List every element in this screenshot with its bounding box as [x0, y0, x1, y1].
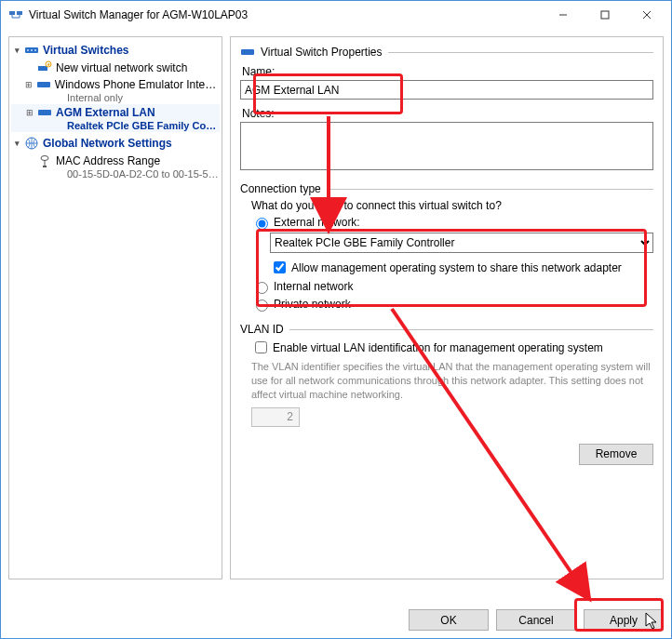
new-switch-icon: ★ — [37, 60, 52, 75]
adapter-select[interactable]: Realtek PCIe GBE Family Controller — [270, 233, 653, 253]
radio-internal-row[interactable]: Internal network — [251, 279, 653, 294]
tree-item-new-switch[interactable]: ★ New virtual network switch — [11, 60, 220, 76]
maximize-button[interactable] — [584, 1, 625, 29]
ok-button[interactable]: OK — [409, 609, 489, 631]
tree-item-sublabel: Realtek PCIe GBE Family Cont… — [24, 120, 220, 131]
group-title: Virtual Switch Properties — [261, 46, 383, 59]
radio-private[interactable] — [256, 300, 268, 312]
name-label: Name: — [242, 65, 653, 78]
chevron-down-icon[interactable]: ▾ — [11, 138, 22, 149]
svg-rect-1 — [17, 11, 22, 15]
svg-point-16 — [41, 156, 48, 161]
switch-icon — [24, 43, 39, 58]
svg-rect-14 — [38, 110, 51, 115]
cancel-button[interactable]: Cancel — [496, 609, 576, 631]
tree-item-label: New virtual network switch — [56, 61, 187, 74]
name-input[interactable] — [240, 80, 653, 100]
svg-point-8 — [31, 49, 33, 51]
window-title: Virtual Switch Manager for AGM-W10LAP03 — [29, 8, 542, 21]
globe-icon — [24, 136, 39, 151]
connection-type-title: Connection type — [240, 182, 321, 195]
svg-rect-13 — [37, 82, 50, 87]
tree-item-agm[interactable]: ⊞ AGM External LAN Realtek PCIe GBE Fami… — [11, 104, 220, 132]
tree-item-wpe[interactable]: ⊞ Windows Phone Emulator Internal … Inte… — [11, 76, 220, 104]
share-checkbox[interactable] — [274, 261, 286, 273]
radio-private-label: Private network — [274, 298, 351, 311]
switch-icon — [36, 77, 51, 92]
switch-icon — [240, 45, 255, 60]
tree-pane: ▾ Virtual Switches ★ New virtual network… — [8, 36, 222, 579]
svg-rect-18 — [43, 166, 47, 167]
tree-item-label: Windows Phone Emulator Internal … — [55, 78, 220, 91]
tree-section-virtual-switches[interactable]: ▾ Virtual Switches — [11, 41, 220, 60]
tree-item-label: AGM External LAN — [56, 106, 155, 119]
expander-plus-icon[interactable]: ⊞ — [24, 79, 34, 90]
radio-external-label: External network: — [274, 216, 360, 229]
app-icon — [8, 7, 23, 22]
tree-section-global[interactable]: ▾ Global Network Settings — [11, 134, 220, 153]
svg-point-9 — [34, 49, 36, 51]
tree-section-label: Global Network Settings — [43, 137, 172, 150]
notes-textarea[interactable] — [240, 122, 653, 170]
notes-label: Notes: — [242, 107, 653, 120]
chevron-down-icon[interactable]: ▾ — [11, 45, 22, 56]
radio-external[interactable] — [256, 218, 268, 230]
radio-internal[interactable] — [256, 282, 268, 294]
titlebar: Virtual Switch Manager for AGM-W10LAP03 — [1, 1, 671, 29]
radio-external-row[interactable]: External network: — [251, 215, 653, 230]
vlan-id-input — [251, 407, 300, 427]
switch-icon — [37, 105, 52, 120]
properties-pane: Virtual Switch Properties Name: Notes: C… — [230, 36, 664, 579]
tree-item-mac[interactable]: MAC Address Range 00-15-5D-0A-D2-C0 to 0… — [11, 153, 220, 180]
close-button[interactable] — [625, 1, 667, 29]
svg-rect-3 — [601, 11, 609, 19]
group-header: Virtual Switch Properties — [240, 45, 653, 60]
dialog-button-bar: OK Cancel Apply — [8, 604, 664, 631]
tree-item-sublabel: Internal only — [24, 92, 220, 103]
radio-private-row[interactable]: Private network — [251, 297, 653, 312]
svg-rect-0 — [9, 11, 15, 15]
radio-internal-label: Internal network — [274, 280, 353, 293]
svg-rect-19 — [241, 49, 254, 55]
share-label: Allow management operating system to sha… — [291, 261, 622, 274]
svg-point-7 — [27, 49, 29, 51]
vlan-check-label: Enable virtual LAN identification for ma… — [273, 341, 603, 354]
expander-plus-icon[interactable]: ⊞ — [24, 107, 35, 118]
minimize-button[interactable] — [542, 1, 584, 29]
vlan-title: VLAN ID — [240, 323, 284, 336]
tree-section-label: Virtual Switches — [43, 44, 128, 57]
connection-prompt: What do you want to connect this virtual… — [251, 199, 653, 212]
mac-icon — [37, 153, 52, 168]
apply-button[interactable]: Apply — [584, 609, 664, 631]
tree-item-sublabel: 00-15-5D-0A-D2-C0 to 00-15-5D-0… — [24, 168, 220, 180]
vlan-checkbox[interactable] — [255, 341, 267, 353]
tree-item-label: MAC Address Range — [56, 154, 160, 167]
vlan-description: The VLAN identifier specifies the virtua… — [251, 360, 653, 402]
remove-button[interactable]: Remove — [579, 444, 653, 465]
